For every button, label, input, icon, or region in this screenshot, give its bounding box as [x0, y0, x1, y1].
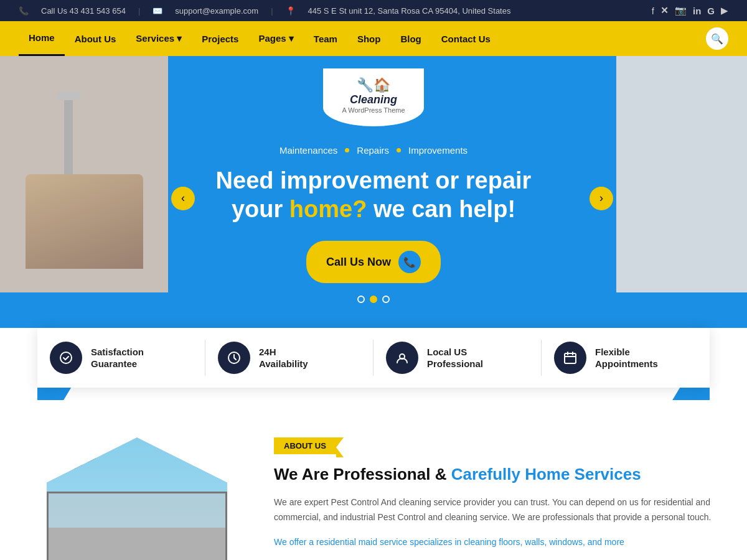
nav-item-services[interactable]: Services ▾ [126, 22, 192, 55]
carousel-dot-3[interactable] [382, 296, 390, 303]
google-icon[interactable]: G [707, 6, 715, 16]
hero-left-image [0, 56, 168, 292]
availability-icon [218, 342, 250, 374]
facebook-icon[interactable]: f [652, 6, 654, 16]
navigation: Home About Us Services ▾ Projects Pages … [0, 21, 747, 56]
stat-appointments: FlexibleAppointments [542, 328, 710, 388]
location-icon: 📍 [286, 6, 296, 16]
logo-subtitle: A WordPress Theme [342, 106, 405, 114]
dot2 [397, 148, 401, 152]
hero-section: ‹ 🔧🏠 Cleaning A WordPress Theme Maintena… [0, 56, 747, 340]
about-sub-description: We offer a residential maid service spec… [274, 535, 716, 550]
phone-number[interactable]: Call Us 43 431 543 654 [41, 6, 126, 16]
nav-item-shop[interactable]: Shop [347, 22, 391, 55]
hero-headline: Need improvement or repair your home? we… [199, 167, 548, 223]
address-text: 445 S E St unit 12, Santa Rosa CA 95404,… [308, 6, 511, 16]
stat-professional-label: Local USProfessional [427, 346, 483, 370]
search-button[interactable]: 🔍 [706, 27, 728, 50]
nav-item-contact[interactable]: Contact Us [431, 22, 500, 55]
appointments-icon [554, 342, 586, 374]
about-headline: We Are Professional & Carefully Home Ser… [274, 464, 716, 485]
top-bar: 📞 Call Us 43 431 543 654 | ✉️ support@ex… [0, 0, 747, 21]
stat-appointments-label: FlexibleAppointments [595, 346, 658, 370]
divider2: | [271, 6, 273, 16]
carousel-dot-2[interactable] [370, 296, 377, 303]
social-icons: f ✕ 📷 in G ▶ [652, 5, 728, 16]
stat-availability-label: 24HAvailability [259, 346, 308, 370]
email-icon: ✉️ [153, 6, 162, 16]
stat-professional: Local USProfessional [374, 328, 542, 388]
hero-tags: Maintenances Repairs Improvements [199, 145, 548, 156]
youtube-icon[interactable]: ▶ [721, 5, 728, 16]
stat-availability: 24HAvailability [205, 328, 374, 388]
carousel-dot-1[interactable] [357, 296, 365, 303]
hero-right-image [616, 56, 747, 292]
about-headline-part1: We Are Professional & [274, 465, 451, 483]
about-section: Know More About Us ABOUT US We Are Profe… [0, 400, 747, 560]
professional-icon [386, 342, 418, 374]
tag-repairs: Repairs [357, 145, 389, 156]
about-content: ABOUT US We Are Professional & Carefully… [274, 437, 716, 560]
dot1 [345, 148, 349, 152]
nav-item-blog[interactable]: Blog [390, 22, 431, 55]
about-image-container: Know More About Us [31, 437, 243, 560]
nav-item-about[interactable]: About Us [65, 22, 126, 55]
phone-icon-btn: 📞 [398, 251, 421, 273]
stat-satisfaction: SatisfactionGuarantee [37, 328, 205, 388]
linkedin-icon[interactable]: in [693, 6, 701, 16]
logo-icon: 🔧🏠 [357, 77, 390, 93]
about-description: We are expert Pest Control And cleaning … [274, 495, 716, 525]
carousel-dots [199, 296, 548, 303]
nav-menu: Home About Us Services ▾ Projects Pages … [19, 21, 706, 56]
logo-title: Cleaning [350, 93, 397, 106]
nav-item-projects[interactable]: Projects [192, 22, 248, 55]
satisfaction-icon [50, 342, 82, 374]
call-us-button[interactable]: Call Us Now 📞 [306, 241, 441, 283]
about-hex-image [47, 437, 227, 560]
instagram-icon[interactable]: 📷 [675, 5, 687, 16]
carousel-prev-button[interactable]: ‹ [171, 187, 195, 210]
tag-maintenances: Maintenances [280, 145, 337, 156]
svg-point-0 [60, 352, 72, 363]
nav-item-home[interactable]: Home [19, 21, 65, 56]
nav-item-team[interactable]: Team [304, 22, 347, 55]
email-link[interactable]: support@example.com [175, 6, 258, 16]
phone-icon: 📞 [19, 6, 29, 16]
headline-part2: we can help! [374, 196, 515, 222]
nav-item-pages[interactable]: Pages ▾ [248, 22, 303, 55]
svg-rect-3 [565, 353, 576, 363]
x-twitter-icon[interactable]: ✕ [660, 5, 669, 16]
call-us-label: Call Us Now [326, 256, 391, 269]
tag-improvements: Improvements [408, 145, 467, 156]
carousel-next-button[interactable]: › [590, 187, 613, 210]
about-tag: ABOUT US [274, 437, 336, 454]
about-headline-highlight: Carefully Home Services [451, 465, 641, 483]
headline-highlight: home? [289, 196, 367, 222]
hero-content: 🔧🏠 Cleaning A WordPress Theme Maintenanc… [187, 68, 560, 303]
logo-container: 🔧🏠 Cleaning A WordPress Theme [323, 68, 423, 126]
stat-satisfaction-label: SatisfactionGuarantee [91, 346, 144, 370]
divider1: | [138, 6, 140, 16]
